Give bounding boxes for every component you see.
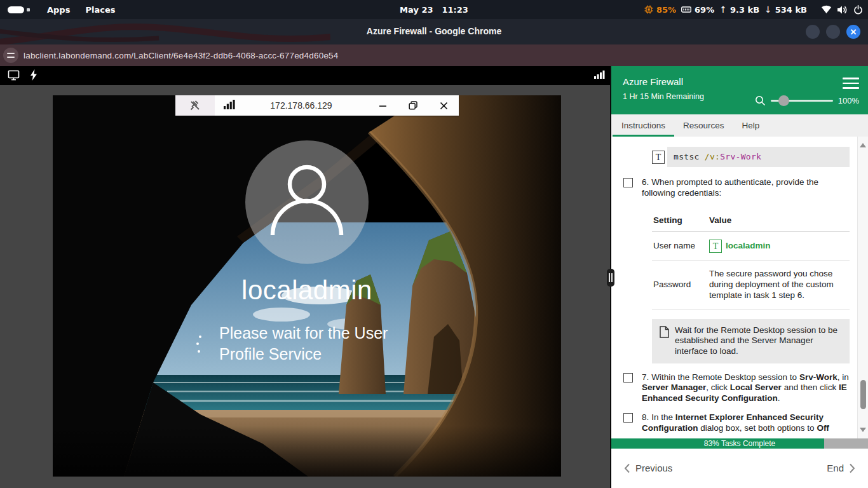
window-titlebar[interactable]: Azure Firewall - Google Chrome ✕ xyxy=(0,19,868,44)
zoom-level: 100% xyxy=(838,96,859,105)
url-bar[interactable]: labclient.labondemand.com/LabClient/6e4e… xyxy=(0,44,868,66)
end-button[interactable]: End xyxy=(827,463,855,473)
scroll-thumb[interactable] xyxy=(860,380,866,409)
memory-icon xyxy=(681,6,691,13)
instructions-content: T mstsc /v:Srv-Work 6.When prompted to a… xyxy=(611,137,857,438)
close-button[interactable]: ✕ xyxy=(846,25,860,39)
lab-panel: Azure Firewall 1 Hr 15 Min Remaining 100… xyxy=(611,66,868,488)
step-6-checkbox[interactable] xyxy=(623,178,633,187)
rdp-connection-bar[interactable]: 172.178.66.129 xyxy=(175,95,459,116)
step-number: 6. xyxy=(642,177,649,187)
row-username: User name Tlocaladmin xyxy=(652,232,850,261)
network-up-indicator[interactable]: ↑ 9.3 kB xyxy=(719,4,759,15)
username-type-text-icon[interactable]: T xyxy=(709,240,722,253)
step-8: 8.In the Internet Explorer Enhanced Secu… xyxy=(623,412,850,433)
end-label: End xyxy=(827,463,844,473)
lab-header: Azure Firewall 1 Hr 15 Min Remaining 100… xyxy=(611,66,868,114)
top-bar: Apps Places May 23 11:23 85% xyxy=(0,0,868,19)
scroll-up-arrow[interactable] xyxy=(860,143,866,147)
close-icon: ✕ xyxy=(850,27,857,37)
step-8-checkbox[interactable] xyxy=(623,413,633,423)
window-title: Azure Firewall - Google Chrome xyxy=(0,26,868,36)
memory-indicator[interactable]: 69% xyxy=(681,5,714,15)
password-description: The secure password you chose during dep… xyxy=(708,261,850,309)
setting-password-label: Password xyxy=(652,261,708,309)
menu-icon[interactable] xyxy=(843,78,859,92)
step-number: 7. xyxy=(642,372,649,382)
chevron-left-icon xyxy=(624,463,630,473)
rdp-close-button[interactable] xyxy=(428,95,459,116)
rdp-minimize-button[interactable] xyxy=(367,95,398,116)
places-menu[interactable]: Places xyxy=(78,0,123,19)
distro-logo-icon[interactable] xyxy=(8,6,24,13)
step-text: Within the Remote Desktop session to Srv… xyxy=(642,372,849,403)
network-down-indicator[interactable]: ↓ 534 kB xyxy=(764,4,807,15)
step-7: 7.Within the Remote Desktop session to S… xyxy=(623,372,850,404)
code-command[interactable]: mstsc /v:Srv-Work xyxy=(667,147,850,167)
unpin-icon xyxy=(189,100,201,111)
cpu-icon xyxy=(644,5,653,14)
upload-icon: ↑ xyxy=(719,4,727,15)
wifi-icon[interactable] xyxy=(821,5,832,14)
setting-username-label: User name xyxy=(652,232,708,261)
desktop: Apps Places May 23 11:23 85% xyxy=(0,0,868,488)
step-6: 6.When prompted to authenticate, provide… xyxy=(623,177,850,198)
lab-tabs: Instructions Resources Help xyxy=(611,114,868,137)
site-info-icon[interactable] xyxy=(3,48,18,63)
step-text: In the Internet Explorer Enhanced Securi… xyxy=(642,412,829,433)
lightning-icon[interactable] xyxy=(30,69,37,81)
maximize-button[interactable] xyxy=(826,25,840,39)
clock-time: 11:23 xyxy=(442,5,468,15)
apps-menu[interactable]: Apps xyxy=(39,0,78,19)
note-box: Wait for the Remote Desktop session to b… xyxy=(652,319,850,363)
client-toolbar xyxy=(0,66,611,85)
table-header-value: Value xyxy=(708,212,850,232)
minimize-icon xyxy=(379,102,387,110)
zoom-magnifier-icon xyxy=(755,95,766,106)
display-icon[interactable] xyxy=(8,70,20,81)
scroll-down-arrow[interactable] xyxy=(860,428,866,432)
username-value[interactable]: localadmin xyxy=(726,241,771,250)
previous-button[interactable]: Previous xyxy=(624,463,672,473)
previous-label: Previous xyxy=(635,463,672,473)
progress-label: 83% Tasks Complete xyxy=(611,438,868,449)
scrollbar[interactable] xyxy=(857,137,868,438)
splitter-handle[interactable] xyxy=(607,269,614,287)
lockscreen-username: localadmin xyxy=(53,275,561,306)
tab-help[interactable]: Help xyxy=(733,114,769,137)
progress-bar: 83% Tasks Complete xyxy=(611,438,868,449)
zoom-slider[interactable] xyxy=(771,100,833,102)
step-number: 8. xyxy=(642,412,649,422)
type-text-icon[interactable]: T xyxy=(652,151,665,164)
clock[interactable]: May 23 11:23 xyxy=(400,5,468,15)
remote-desktop-view[interactable]: localadmin Please wait for the User Prof… xyxy=(53,95,561,477)
rdp-signal-icon xyxy=(224,100,235,112)
clock-date: May 23 xyxy=(400,5,433,15)
loading-spinner xyxy=(195,336,203,357)
footer-nav: Previous End xyxy=(611,449,868,488)
cpu-indicator[interactable]: 85% xyxy=(644,5,676,15)
power-icon[interactable] xyxy=(853,5,863,15)
document-icon xyxy=(660,326,669,338)
upload-rate: 9.3 kB xyxy=(730,5,759,15)
lab-title: Azure Firewall xyxy=(623,76,683,87)
step-7-checkbox[interactable] xyxy=(623,373,633,383)
row-password: Password The secure password you chose d… xyxy=(652,261,850,309)
download-rate: 534 kB xyxy=(775,5,807,15)
rdp-unpin-button[interactable] xyxy=(175,95,215,116)
url-text[interactable]: labclient.labondemand.com/LabClient/6e4e… xyxy=(24,51,339,60)
tab-resources[interactable]: Resources xyxy=(674,114,733,137)
table-header-setting: Setting xyxy=(652,212,708,232)
chevron-right-icon xyxy=(849,463,855,473)
code-command-row: T mstsc /v:Srv-Work xyxy=(652,147,850,167)
volume-icon[interactable] xyxy=(837,5,848,15)
connection-strength-icon[interactable] xyxy=(594,71,605,79)
zoom-slider-thumb[interactable] xyxy=(778,95,789,106)
minimize-button[interactable] xyxy=(806,25,820,39)
rdp-restore-button[interactable] xyxy=(398,95,428,116)
rdp-close-icon xyxy=(440,102,448,110)
user-avatar xyxy=(245,140,369,264)
rdp-ip-address: 172.178.66.129 xyxy=(235,100,367,111)
tab-instructions[interactable]: Instructions xyxy=(613,114,674,137)
lockscreen-status: Please wait for the User Profile Service xyxy=(219,323,429,365)
